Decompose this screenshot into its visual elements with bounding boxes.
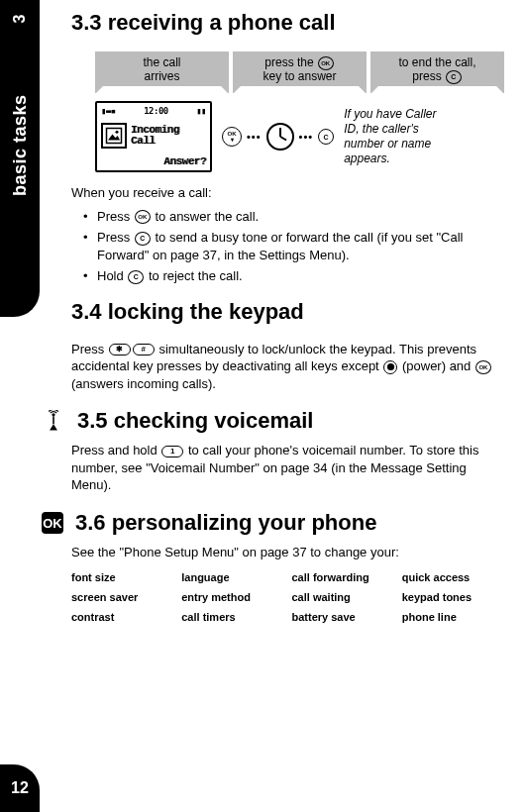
bullet-text: Hold xyxy=(97,268,127,283)
svg-point-1 xyxy=(116,131,119,134)
ok-key-icon: OK ▾ xyxy=(222,127,242,147)
page-content: 3.3 receiving a phone call the call arri… xyxy=(63,0,526,633)
step-text: the call xyxy=(143,56,180,70)
setup-option: language xyxy=(181,571,283,583)
setup-option: phone line xyxy=(402,611,504,623)
setup-option: battery save xyxy=(292,611,394,623)
section-3-5-heading: 3.5 checking voicemail xyxy=(77,408,313,434)
receive-call-intro: When you receive a call: xyxy=(71,184,504,202)
c-key-icon: C xyxy=(446,70,462,84)
page-number: 12 xyxy=(0,764,40,812)
bullet-item: Press C to send a busy tone or forward t… xyxy=(89,229,504,263)
call-steps-row: the call arrives press the OK key to ans… xyxy=(95,51,504,93)
setup-option: screen saver xyxy=(71,591,173,603)
c-key-icon: C xyxy=(135,232,151,246)
screen-answer-prompt: Answer? xyxy=(101,155,206,167)
step-text: to end the call, xyxy=(398,56,475,70)
chapter-number: 3 xyxy=(11,0,29,39)
power-key-icon xyxy=(383,360,397,374)
voicemail-network-icon xyxy=(42,409,65,433)
diagram-row: ▮▬▪ 12:00 ▮▮ Incoming Call Answer? OK ▾ … xyxy=(95,101,504,172)
section-3-3-heading: 3.3 receiving a phone call xyxy=(71,10,504,36)
screen-time: 12:00 xyxy=(144,106,168,116)
step-chip-arrives: the call arrives xyxy=(95,51,229,93)
section-3-6-heading: 3.6 personalizing your phone xyxy=(75,510,376,536)
text-segment: (answers incoming calls). xyxy=(71,376,216,391)
bullet-item: Hold C to reject the call. xyxy=(89,267,504,285)
bullet-text: to send a busy tone or forward the call … xyxy=(97,230,463,262)
bullet-item: Press OK to answer the call. xyxy=(89,208,504,226)
setup-options-grid: font size language call forwarding quick… xyxy=(71,571,504,623)
step-text: arrives xyxy=(144,70,179,84)
step-text: key to answer xyxy=(263,70,336,84)
one-key-icon: 1 xyxy=(161,446,183,457)
setup-option: call waiting xyxy=(292,591,394,603)
setup-option: quick access xyxy=(402,571,504,583)
svg-point-3 xyxy=(52,414,54,417)
lock-keypad-text: Press ✱# simultaneously to lock/unlock t… xyxy=(71,341,504,393)
setup-option: keypad tones xyxy=(402,591,504,603)
screen-line2: Call xyxy=(131,136,179,147)
flow-arrows: OK ▾ ••• ••• C xyxy=(222,123,334,151)
svg-point-2 xyxy=(387,363,394,370)
receive-call-bullets: Press OK to answer the call. Press C to … xyxy=(71,208,504,285)
flow-dots: ••• xyxy=(299,131,314,143)
bullet-text: to answer the call. xyxy=(152,209,259,224)
setup-option: call forwarding xyxy=(292,571,394,583)
step-text: press the xyxy=(264,56,313,70)
bullet-text: Press xyxy=(97,209,134,224)
bullet-text: to reject the call. xyxy=(145,268,242,283)
svg-rect-0 xyxy=(107,129,122,144)
ok-key-icon: OK xyxy=(475,360,491,374)
battery-icon: ▮▮ xyxy=(196,106,206,116)
star-key-icon: ✱ xyxy=(109,344,131,355)
signal-icon: ▮▬▪ xyxy=(101,106,116,116)
text-segment: Press xyxy=(71,342,108,356)
setup-option: entry method xyxy=(181,591,283,603)
step-text: press xyxy=(412,70,441,84)
step-chip-answer: press the OK key to answer xyxy=(233,51,367,93)
text-segment: Press and hold xyxy=(71,443,160,457)
personalize-intro: See the "Phone Setup Menu" on page 37 to… xyxy=(71,544,504,561)
caller-id-sidenote: If you have Caller ID, the caller's numb… xyxy=(344,107,448,166)
chapter-tab: 3 basic tasks xyxy=(0,0,40,317)
voicemail-text: Press and hold 1 to call your phone's vo… xyxy=(71,442,504,494)
setup-option: font size xyxy=(71,571,173,583)
setup-option: contrast xyxy=(71,611,173,623)
setup-option: call timers xyxy=(181,611,283,623)
clock-icon xyxy=(266,123,294,151)
caller-avatar-icon xyxy=(101,123,127,149)
ok-badge-icon: OK xyxy=(42,512,63,534)
bullet-text: Press xyxy=(97,230,134,245)
hash-key-icon: # xyxy=(133,344,155,355)
c-key-icon: C xyxy=(128,270,144,284)
section-3-4-heading: 3.4 locking the keypad xyxy=(71,299,504,325)
phone-screen-mock: ▮▬▪ 12:00 ▮▮ Incoming Call Answer? xyxy=(95,101,212,172)
step-chip-end: to end the call, press C xyxy=(370,51,504,93)
text-segment: (power) and xyxy=(398,358,474,373)
ok-key-icon: OK xyxy=(135,210,151,224)
c-key-icon: C xyxy=(318,129,334,145)
flow-dots: ••• xyxy=(247,131,262,143)
ok-key-icon: OK xyxy=(318,56,334,70)
chapter-title: basic tasks xyxy=(10,94,31,196)
